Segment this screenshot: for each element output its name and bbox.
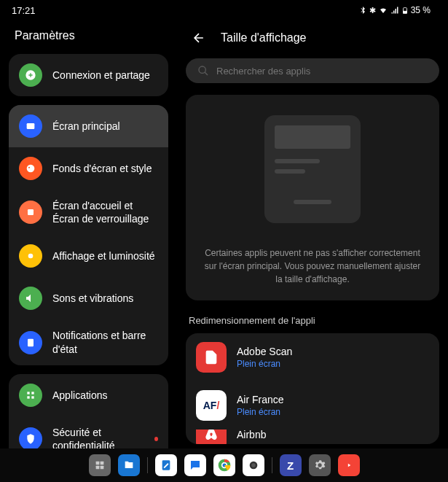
svg-point-2 <box>28 167 30 168</box>
sidebar-item-label: Écran d'accueil et Écran de verrouillage <box>52 199 158 225</box>
sidebar-item-label: Connexion et partage <box>52 69 150 82</box>
airbnb-icon <box>196 429 227 444</box>
link-icon <box>19 63 42 87</box>
taskbar-camera-icon[interactable] <box>243 454 264 476</box>
svg-point-4 <box>28 254 34 259</box>
section-title: Redimensionnement de l'appli <box>183 305 442 333</box>
svg-rect-0 <box>27 123 35 129</box>
apps-icon <box>19 384 42 407</box>
sidebar-item-applications[interactable]: Applications <box>9 374 168 416</box>
svg-point-12 <box>199 66 205 73</box>
sidebar-item-label: Fonds d'écran et style <box>52 162 152 175</box>
sidebar-item-connexion[interactable]: Connexion et partage <box>9 54 168 96</box>
home-icon <box>19 201 42 224</box>
signal-icon <box>390 6 399 15</box>
app-name: Air France <box>237 394 284 405</box>
taskbar-phone-icon[interactable] <box>155 454 177 476</box>
notification-icon <box>19 331 42 354</box>
svg-rect-6 <box>27 392 29 394</box>
sidebar-item-label: Affichage et luminosité <box>52 249 155 263</box>
search-bar[interactable] <box>186 58 439 83</box>
sidebar-item-fonds[interactable]: Fonds d'écran et style <box>9 147 168 190</box>
sidebar-item-label: Sons et vibrations <box>52 292 133 305</box>
brightness-icon <box>19 244 42 268</box>
svg-point-1 <box>27 165 35 173</box>
search-icon <box>197 65 209 77</box>
svg-rect-7 <box>31 392 34 394</box>
alert-dot-icon <box>154 437 158 441</box>
svg-point-21 <box>251 463 255 467</box>
sidebar-item-securite[interactable]: Sécurité et confidentialité <box>9 416 168 448</box>
sidebar-item-label: Sécurité et confidentialité <box>52 426 147 448</box>
sound-icon <box>19 287 42 310</box>
page-title: Taille d'affichage <box>221 31 307 44</box>
svg-rect-9 <box>31 396 34 398</box>
sidebar-item-label: Notifications et barre d'état <box>52 329 158 355</box>
sidebar-item-sons[interactable]: Sons et vibrations <box>9 277 168 319</box>
taskbar-settings-icon[interactable] <box>309 454 331 476</box>
taskbar-chrome-icon[interactable] <box>213 454 235 476</box>
adobe-scan-icon <box>196 342 227 373</box>
shield-icon <box>19 427 42 448</box>
app-mode: Plein écran <box>237 359 292 369</box>
taskbar: Z <box>0 448 448 482</box>
taskbar-files-icon[interactable] <box>118 454 140 476</box>
palette-icon <box>19 157 42 180</box>
app-mode: Plein écran <box>237 407 284 417</box>
svg-rect-3 <box>28 209 34 215</box>
preview-description: Certaines applis peuvent ne pas s'affich… <box>200 246 425 286</box>
app-item-adobe-scan[interactable]: Adobe Scan Plein écran <box>186 333 439 381</box>
back-arrow-icon[interactable] <box>192 31 206 45</box>
app-item-air-france[interactable]: AF/ Air France Plein écran <box>186 381 439 429</box>
svg-rect-11 <box>403 11 406 13</box>
wifi-icon <box>378 6 388 15</box>
taskbar-app-z-icon[interactable]: Z <box>280 454 302 476</box>
svg-rect-5 <box>28 338 34 346</box>
preview-mockup <box>264 115 361 223</box>
svg-rect-8 <box>27 396 29 398</box>
sidebar-item-label: Écran principal <box>52 120 120 133</box>
status-icons: ✱ 35 % <box>358 5 431 15</box>
air-france-icon: AF/ <box>196 390 227 421</box>
app-name: Adobe Scan <box>237 346 292 357</box>
preview-card: Certaines applis peuvent ne pas s'affich… <box>186 95 439 300</box>
taskbar-app-drawer-icon[interactable] <box>89 454 111 476</box>
sidebar-item-affichage[interactable]: Affichage et luminosité <box>9 235 168 277</box>
svg-rect-14 <box>100 462 103 465</box>
svg-rect-13 <box>95 462 99 465</box>
battery-percent: 35 % <box>411 5 431 15</box>
bluetooth-icon <box>358 6 367 15</box>
svg-rect-16 <box>100 466 103 470</box>
status-time: 17:21 <box>12 5 36 16</box>
sidebar-item-ecran-principal[interactable]: Écran principal <box>9 105 168 147</box>
sidebar-item-label: Applications <box>52 389 108 402</box>
svg-rect-15 <box>95 466 99 470</box>
settings-title: Paramètres <box>0 20 177 54</box>
taskbar-messages-icon[interactable] <box>184 454 206 476</box>
screen-icon <box>19 114 42 138</box>
sidebar-item-notifications[interactable]: Notifications et barre d'état <box>9 319 168 365</box>
app-name: Airbnb <box>237 429 266 440</box>
search-input[interactable] <box>216 66 428 77</box>
sidebar-item-accueil[interactable]: Écran d'accueil et Écran de verrouillage <box>9 190 168 235</box>
app-item-airbnb[interactable]: Airbnb <box>186 429 439 444</box>
battery-icon <box>401 5 409 15</box>
taskbar-youtube-icon[interactable] <box>338 454 360 476</box>
